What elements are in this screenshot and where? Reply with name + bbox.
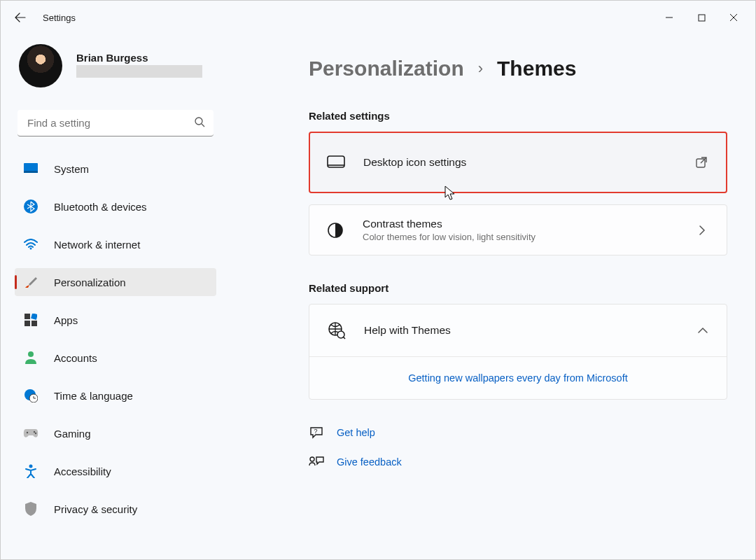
- svg-rect-9: [31, 321, 37, 326]
- shield-icon: [23, 501, 38, 517]
- sidebar-item-time-language[interactable]: Time & language: [15, 382, 216, 410]
- chevron-right-icon: ›: [478, 59, 483, 78]
- sidebar-item-network[interactable]: Network & internet: [15, 230, 216, 258]
- arrow-left-icon: [15, 12, 26, 23]
- close-button[interactable]: [718, 4, 750, 31]
- svg-point-1: [195, 118, 202, 125]
- globe-search-icon: [328, 321, 346, 340]
- breadcrumb-current: Themes: [497, 57, 576, 80]
- minimize-button[interactable]: [653, 4, 685, 31]
- card-title: Help with Themes: [364, 324, 697, 337]
- person-icon: [23, 350, 38, 365]
- user-block[interactable]: Brian Burgess: [15, 34, 216, 103]
- sidebar-item-label: System: [54, 163, 89, 175]
- monitor-icon: [23, 161, 38, 176]
- open-external-icon: [694, 155, 709, 170]
- sidebar-item-label: Network & internet: [54, 239, 140, 251]
- breadcrumb: Personalization › Themes: [309, 57, 727, 80]
- wallpapers-link[interactable]: Getting new wallpapers every day from Mi…: [309, 356, 727, 399]
- sidebar-item-label: Apps: [54, 314, 78, 326]
- user-name: Brian Burgess: [76, 52, 202, 64]
- related-support-heading: Related support: [309, 282, 727, 294]
- sidebar-item-bluetooth[interactable]: Bluetooth & devices: [15, 192, 216, 220]
- apps-icon: [23, 312, 38, 328]
- user-email-redacted: [76, 65, 202, 78]
- desktop-icon-settings-card[interactable]: Desktop icon settings: [309, 132, 727, 193]
- svg-rect-8: [24, 321, 30, 326]
- gamepad-icon: [23, 426, 38, 441]
- main-content: Personalization › Themes Related setting…: [225, 34, 755, 559]
- get-help-link[interactable]: Get help: [337, 427, 375, 438]
- sidebar: Brian Burgess System Bluetooth & devices: [1, 34, 225, 559]
- sidebar-item-system[interactable]: System: [15, 155, 216, 183]
- paintbrush-icon: [23, 274, 38, 290]
- sidebar-item-gaming[interactable]: Gaming: [15, 419, 216, 447]
- help-with-themes-card: Help with Themes Getting new wallpapers …: [309, 304, 727, 400]
- svg-text:?: ?: [314, 428, 317, 435]
- related-settings-heading: Related settings: [309, 110, 727, 122]
- sidebar-item-label: Gaming: [54, 428, 91, 440]
- svg-point-16: [29, 465, 33, 468]
- chevron-right-icon: [694, 223, 710, 238]
- get-help-row[interactable]: ? Get help: [309, 425, 727, 440]
- svg-point-10: [28, 351, 34, 357]
- give-feedback-row[interactable]: Give feedback: [309, 454, 727, 470]
- sidebar-item-accessibility[interactable]: Accessibility: [15, 457, 216, 485]
- svg-rect-7: [31, 314, 37, 320]
- card-title: Contrast themes: [363, 218, 694, 230]
- desktop-icon: [327, 153, 345, 172]
- sidebar-item-label: Accessibility: [54, 465, 111, 477]
- sidebar-item-label: Accounts: [54, 352, 97, 364]
- sidebar-item-label: Personalization: [54, 276, 126, 288]
- globe-clock-icon: [23, 388, 38, 403]
- svg-point-14: [34, 431, 35, 433]
- wifi-icon: [23, 237, 38, 252]
- chat-help-icon: ?: [309, 425, 324, 440]
- contrast-icon: [326, 221, 344, 239]
- give-feedback-link[interactable]: Give feedback: [337, 456, 402, 468]
- back-button[interactable]: [6, 4, 34, 31]
- search-icon[interactable]: [194, 116, 205, 130]
- maximize-button[interactable]: [685, 4, 718, 31]
- app-title: Settings: [43, 13, 76, 23]
- help-with-themes-header[interactable]: Help with Themes: [309, 304, 727, 356]
- search-box: [18, 110, 214, 136]
- card-title: Desktop icon settings: [363, 156, 694, 169]
- sidebar-item-privacy[interactable]: Privacy & security: [15, 495, 216, 523]
- feedback-icon: [309, 454, 324, 470]
- accessibility-icon: [23, 463, 38, 479]
- chevron-up-icon: [697, 324, 708, 337]
- sidebar-item-label: Bluetooth & devices: [54, 201, 147, 213]
- sidebar-item-label: Privacy & security: [54, 503, 137, 515]
- avatar: [19, 44, 62, 88]
- search-input[interactable]: [18, 110, 214, 136]
- card-subtitle: Color themes for low vision, light sensi…: [363, 232, 694, 242]
- bluetooth-icon: [23, 199, 38, 214]
- svg-point-15: [35, 433, 36, 434]
- contrast-themes-card[interactable]: Contrast themes Color themes for low vis…: [309, 204, 727, 255]
- svg-point-5: [30, 248, 32, 250]
- sidebar-item-personalization[interactable]: Personalization: [15, 268, 216, 296]
- sidebar-item-accounts[interactable]: Accounts: [15, 344, 216, 372]
- svg-point-23: [310, 457, 314, 461]
- svg-point-13: [27, 432, 28, 433]
- title-bar: Settings: [1, 1, 755, 34]
- svg-rect-3: [24, 171, 38, 173]
- sidebar-item-apps[interactable]: Apps: [15, 306, 216, 334]
- breadcrumb-parent[interactable]: Personalization: [309, 57, 464, 80]
- svg-rect-0: [699, 15, 705, 21]
- sidebar-item-label: Time & language: [54, 390, 133, 402]
- svg-rect-6: [24, 314, 30, 319]
